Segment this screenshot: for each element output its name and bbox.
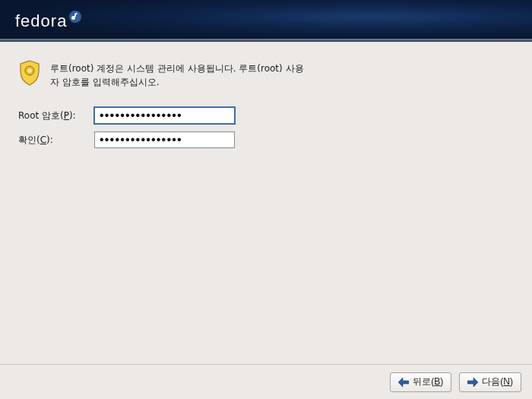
installer-header: fedora (0, 0, 532, 42)
info-row: 루트(root) 계정은 시스템 관리에 사용됩니다. 루트(root) 사용자… (18, 62, 486, 89)
confirm-password-input[interactable] (94, 131, 235, 148)
arrow-left-icon (398, 378, 409, 387)
info-text: 루트(root) 계정은 시스템 관리에 사용됩니다. 루트(root) 사용자… (50, 62, 309, 89)
next-button-label: 다음(N) (482, 375, 513, 388)
root-shield-icon (18, 60, 41, 86)
confirm-row: 확인(C): (18, 131, 486, 148)
footer-nav: 뒤로(B) 다음(N) (0, 364, 532, 399)
back-button-label: 뒤로(B) (413, 375, 443, 388)
arrow-right-icon (467, 378, 478, 387)
main-content: 루트(root) 계정은 시스템 관리에 사용됩니다. 루트(root) 사용자… (0, 42, 532, 148)
brand-text: fedora (15, 11, 67, 31)
fedora-logo: fedora (15, 11, 82, 31)
next-button[interactable]: 다음(N) (459, 372, 521, 392)
confirm-password-label: 확인(C): (18, 134, 94, 147)
fedora-bubble-icon (68, 10, 82, 24)
root-password-label: Root 암호(P): (18, 109, 94, 122)
root-password-input[interactable] (94, 107, 235, 124)
svg-point-2 (27, 68, 32, 73)
back-button[interactable]: 뒤로(B) (390, 372, 451, 392)
password-row: Root 암호(P): (18, 107, 486, 124)
